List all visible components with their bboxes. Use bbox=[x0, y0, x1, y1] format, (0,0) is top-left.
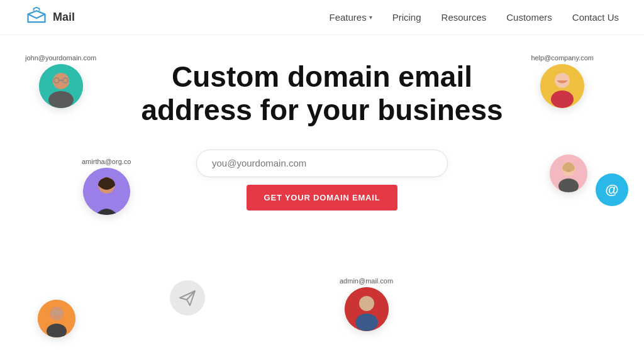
svg-point-2 bbox=[48, 91, 74, 108]
svg-point-8 bbox=[551, 90, 574, 108]
paper-plane-icon bbox=[170, 280, 205, 315]
logo-icon bbox=[25, 6, 48, 29]
cta-button[interactable]: GET YOUR DOMAIN EMAIL bbox=[247, 185, 398, 211]
svg-point-1 bbox=[53, 73, 69, 89]
avatar-john: john@yourdomain.com bbox=[25, 54, 96, 108]
nav-pricing[interactable]: Pricing bbox=[392, 12, 421, 23]
avatar-amirtha: amirtha@org.co bbox=[82, 158, 131, 215]
avatar-bottom-left bbox=[38, 300, 75, 337]
svg-point-15 bbox=[359, 296, 374, 311]
avatar-amirtha-circle bbox=[83, 168, 130, 215]
main-content: Custom domain email address for your bus… bbox=[0, 35, 644, 350]
nav-contact[interactable]: Contact Us bbox=[572, 12, 619, 23]
email-form: GET YOUR DOMAIN EMAIL bbox=[196, 150, 448, 211]
avatar-help-circle bbox=[540, 64, 584, 108]
header: Mail Features ▾ Pricing Resources Custom… bbox=[0, 0, 644, 35]
nav-customers[interactable]: Customers bbox=[506, 12, 552, 23]
avatar-bottom-left-circle bbox=[38, 300, 75, 337]
nav-resources[interactable]: Resources bbox=[441, 12, 487, 23]
avatar-help-label: help@company.com bbox=[531, 54, 594, 62]
avatar-pink-circle bbox=[550, 155, 587, 192]
at-icon: @ bbox=[596, 173, 628, 206]
hero-title: Custom domain email address for your bus… bbox=[141, 60, 502, 127]
avatar-amirtha-label: amirtha@org.co bbox=[82, 158, 131, 165]
avatar-pink bbox=[550, 155, 587, 192]
main-nav: Features ▾ Pricing Resources Customers C… bbox=[330, 12, 619, 23]
avatar-john-circle bbox=[39, 64, 83, 108]
logo[interactable]: Mail bbox=[25, 6, 75, 29]
email-input-wrapper[interactable] bbox=[196, 150, 448, 177]
avatar-help: help@company.com bbox=[531, 54, 594, 108]
email-input[interactable] bbox=[212, 158, 432, 168]
avatar-admin-circle bbox=[345, 287, 389, 331]
svg-point-16 bbox=[355, 314, 378, 331]
nav-features[interactable]: Features ▾ bbox=[330, 12, 372, 23]
avatar-admin: admin@mail.com bbox=[340, 277, 393, 331]
avatar-john-label: john@yourdomain.com bbox=[25, 54, 96, 62]
chevron-down-icon: ▾ bbox=[369, 14, 372, 21]
avatar-admin-label: admin@mail.com bbox=[340, 277, 393, 285]
logo-text: Mail bbox=[53, 11, 75, 24]
